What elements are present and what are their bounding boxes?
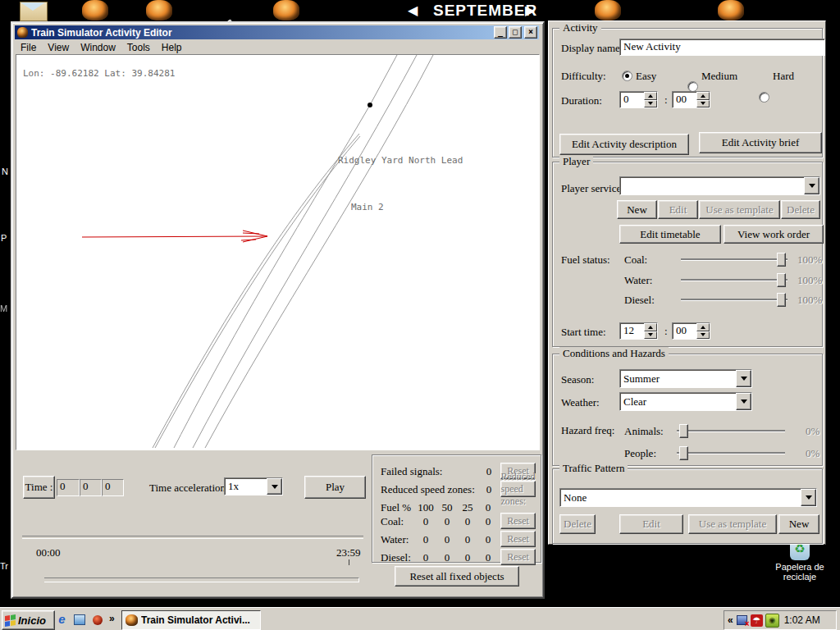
menu-view[interactable]: View [42,41,75,54]
weather-select[interactable]: Clear [619,392,752,411]
gremlin-desktop-icon-1[interactable] [82,0,108,21]
season-label: Season: [561,373,594,386]
player-new-button[interactable]: New [617,200,657,219]
coal-slider-track[interactable] [681,258,788,261]
edit-timetable-button[interactable]: Edit timetable [619,225,721,244]
people-slider-thumb[interactable] [679,446,688,460]
player-edit-button[interactable]: Edit [658,200,698,219]
spin-down-button[interactable] [696,331,710,340]
network-error-tray-icon[interactable]: × [736,614,748,627]
activity-group: Activity Display name: New Activity Diff… [552,28,823,158]
display-name-input[interactable]: New Activity [619,39,825,56]
player-service-select[interactable] [619,176,820,195]
duration-minutes-spinner[interactable]: 00 [672,91,710,108]
season-select[interactable]: Summer [619,369,752,388]
coal-slider-thumb[interactable] [777,253,786,267]
quick-launch-overflow-chevron[interactable]: » [109,613,115,624]
reset-all-fixed-objects-button[interactable]: Reset all fixed objects [395,566,519,587]
taskbar: Inicio e » Train Simulator Activi... « ×… [0,607,840,630]
weather-dropdown-button[interactable] [736,393,751,410]
player-service-value [620,185,804,188]
water-slider-track[interactable] [681,279,788,281]
start-time-minutes-spinner[interactable]: 00 [672,322,710,340]
display-utility-tray-icon[interactable]: ◉ [765,614,779,628]
red-pointer-arrow [82,231,267,242]
show-desktop-icon[interactable] [73,614,85,626]
start-time-colon: : [664,325,668,338]
timeline-slider-thumb[interactable] [32,563,44,584]
route-map-viewport[interactable]: Lon: -89.62182 Lat: 39.84281 Ridgley Yar… [16,54,540,450]
menu-tools[interactable]: Tools [121,41,156,54]
play-button[interactable]: Play [304,476,366,499]
spin-down-button[interactable] [644,100,657,108]
task-button-icon [126,614,138,626]
clock[interactable]: 1:02 AM [784,614,820,626]
traffic-edit-button[interactable]: Edit [619,514,683,534]
reduced-speed-zones-label: Reduced speed zones: [381,483,475,496]
time-minutes-field[interactable]: 0 [80,479,102,496]
gremlin-desktop-icon-5[interactable] [718,0,744,21]
reset-diesel-button[interactable]: Reset [500,549,536,565]
diesel-slider-track[interactable] [681,299,788,301]
duration-hours-spinner[interactable]: 0 [619,91,658,108]
animals-slider-track[interactable] [677,430,785,432]
traffic-new-button[interactable]: New [778,514,819,534]
reset-reduced-speed-zones-button[interactable]: Reduced speed zones: [500,481,536,497]
system-tray: « × ☂ ◉ 1:02 AM [724,610,837,630]
traffic-use-as-template-button[interactable]: Use as template [688,514,777,534]
mail-desktop-icon[interactable] [20,2,48,21]
menu-help[interactable]: Help [156,41,188,54]
diesel-slider-thumb[interactable] [777,293,786,307]
player-group: Player Player service: New Edit Use as t… [552,162,823,347]
time-seconds-field[interactable]: 0 [102,479,124,496]
time-acceleration-dropdown-button[interactable] [267,478,282,495]
close-button[interactable]: × [524,26,537,39]
spin-up-button[interactable] [696,323,710,331]
menu-window[interactable]: Window [75,41,121,54]
start-time-hours-spinner[interactable]: 12 [619,322,658,340]
hazard-freq-label: Hazard freq: [561,424,614,437]
spin-down-button[interactable] [696,100,710,108]
reset-water-button[interactable]: Reset [500,531,536,547]
start-button[interactable]: Inicio [2,610,55,630]
time-acceleration-select[interactable]: 1x [224,477,283,495]
internet-explorer-icon[interactable]: e [56,613,68,625]
people-slider-track[interactable] [677,452,785,454]
task-button-activity-editor[interactable]: Train Simulator Activi... [121,610,261,630]
tray-collapse-chevron[interactable]: « [728,614,733,626]
gremlin-desktop-icon-4[interactable] [595,0,621,21]
spin-down-button[interactable] [644,331,657,340]
start-time-label: Start time: [561,326,606,339]
edit-activity-brief-button[interactable]: Edit Activity brief [699,132,822,153]
time-hours-field[interactable]: 0 [57,479,80,496]
maximize-button[interactable]: □ [509,26,522,39]
diesel-percent-value: 100% [797,294,822,307]
avira-umbrella-tray-icon[interactable]: ☂ [751,614,763,627]
fuel-coal-label: Coal: [624,253,647,267]
spin-up-button[interactable] [644,323,657,331]
traffic-delete-button[interactable]: Delete [559,514,596,534]
minimize-button[interactable]: _ [494,26,507,39]
difficulty-hard-radio[interactable] [759,92,769,103]
calendar-month-title: SEPTEMBER [433,2,537,20]
gremlin-desktop-icon-2[interactable] [146,0,172,21]
view-work-order-button[interactable]: View work order [724,225,824,244]
quick-launch-app-icon[interactable] [91,614,103,626]
traffic-pattern-select[interactable]: None [559,488,817,507]
edit-activity-description-button[interactable]: Edit Activity description [559,134,689,155]
traffic-pattern-dropdown-button[interactable] [801,489,816,506]
animals-slider-thumb[interactable] [679,424,688,438]
window-titlebar[interactable]: Train Simulator Activity Editor _ □ × [15,25,539,39]
player-use-as-template-button[interactable]: Use as template [699,200,780,219]
player-delete-button[interactable]: Delete [781,200,820,219]
menu-file[interactable]: File [15,41,42,54]
season-dropdown-button[interactable] [736,370,751,387]
spin-up-button[interactable] [644,92,657,100]
player-service-dropdown-button[interactable] [804,177,819,194]
timeline-slider-track[interactable] [32,578,359,582]
gremlin-desktop-icon-3[interactable] [273,0,299,21]
water-slider-thumb[interactable] [777,273,786,287]
spin-up-button[interactable] [696,92,710,100]
reset-coal-button[interactable]: Reset [500,513,536,529]
difficulty-easy-radio[interactable] [622,71,632,81]
